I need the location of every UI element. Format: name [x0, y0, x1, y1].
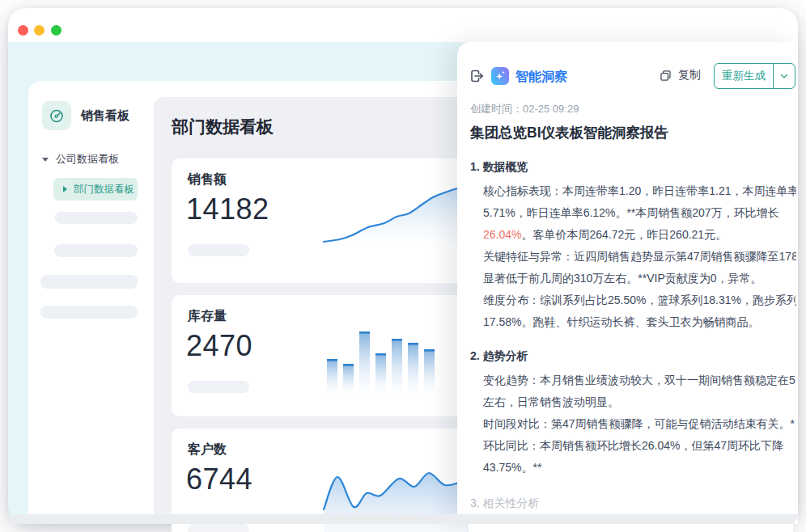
skeleton-row — [40, 306, 138, 319]
ai-sparkle-icon — [491, 67, 509, 85]
highlight-value: 26.04% — [483, 228, 521, 241]
report-line: 左右，日常销售波动明显。 — [470, 391, 796, 413]
chevron-down-icon — [42, 158, 49, 162]
report-line: 维度分布：综训系列占比25.50%，篮球系列18.31%，跑步系列 — [470, 289, 796, 311]
metric-title: 库存量 — [188, 308, 227, 325]
regenerate-split-button[interactable]: 重新生成 — [714, 63, 795, 89]
section-2-body: 变化趋势：本月销售业绩波动较大，双十一期间销售额稳定在5 左右，日常销售波动明显… — [470, 369, 796, 479]
minimize-window-button[interactable] — [34, 25, 45, 36]
sidebar-item-company-dashboard[interactable]: 公司数据看板 — [42, 152, 119, 167]
created-time: 创建时间：02-25 09:29 — [470, 102, 796, 116]
skeleton-row — [55, 212, 138, 224]
report-line: 时间段对比：第47周销售额骤降，可能与促销活动结束有关。* — [470, 413, 796, 435]
section-1-heading: 1. 数据概览 — [470, 160, 796, 176]
page-title: 部门数据看板 — [172, 116, 274, 138]
collapse-panel-icon[interactable] — [469, 68, 485, 84]
report-line: 显著低于前几周的310万左右。**VIP贡献度为0，异常。 — [470, 268, 796, 289]
copy-label: 复制 — [678, 68, 701, 82]
skeleton-pill — [188, 244, 249, 256]
report-title: 集团总览BI仪表板智能洞察报告 — [470, 123, 796, 144]
zoom-window-button[interactable] — [51, 25, 62, 36]
report-line: 17.58%。跑鞋、针织运动长裤、套头卫衣为畅销商品。 — [470, 311, 796, 333]
inventory-bar-chart — [325, 329, 455, 395]
regenerate-button[interactable]: 重新生成 — [715, 64, 773, 88]
chevron-right-icon — [63, 186, 67, 192]
tree-item-label: 部门数据看板 — [74, 183, 134, 196]
window-titlebar — [8, 8, 798, 42]
metric-title: 销售额 — [188, 171, 227, 188]
metric-value: 6744 — [186, 462, 252, 496]
copy-button[interactable]: 复制 — [659, 68, 701, 82]
skeleton-row — [40, 275, 138, 289]
section-2-heading: 2. 趋势分析 — [470, 349, 796, 365]
section-1-body: 核心指标表现：本周连带率1.20，昨日连带率1.21，本周连单率 5.71%，昨… — [470, 180, 796, 333]
tree-item-label: 公司数据看板 — [56, 152, 119, 167]
smart-insight-panel: 智能洞察 复制 重新生成 创建时间：02-25 09:29 集团总览BI仪表 — [457, 42, 798, 524]
report-line: 变化趋势：本月销售业绩波动较大，双十一期间销售额稳定在5 — [470, 369, 796, 391]
sidebar-item-department-dashboard[interactable]: 部门数据看板 — [53, 178, 138, 201]
close-window-button[interactable] — [18, 25, 28, 36]
window-bottom-edge — [8, 514, 798, 524]
insight-report: 创建时间：02-25 09:29 集团总览BI仪表板智能洞察报告 1. 数据概览… — [470, 89, 796, 513]
skeleton-pill — [188, 381, 249, 393]
insight-panel-title: 智能洞察 — [515, 69, 567, 86]
copy-icon — [659, 69, 672, 82]
sidebar-app-title: 销售看板 — [81, 108, 129, 124]
metric-value: 14182 — [186, 192, 269, 226]
report-line: 26.04%。客单价本周264.72元，昨日260.21元。 — [470, 224, 796, 246]
metric-title: 客户数 — [188, 441, 227, 458]
metric-value: 2470 — [186, 329, 252, 363]
report-line: 43.75%。** — [470, 457, 796, 479]
section-3-heading: 3. 相关性分析 — [470, 496, 796, 513]
gauge-icon — [49, 108, 65, 124]
report-line: 环比同比：本周销售额环比增长26.04%，但第47周环比下降 — [470, 435, 796, 457]
chevron-down-icon — [779, 71, 789, 81]
app-window: 销售看板 公司数据看板 部门数据看板 部门数据看板 销售额 14182 库存量 … — [8, 8, 798, 524]
insight-header: 智能洞察 复制 重新生成 — [457, 63, 798, 89]
report-line: 核心指标表现：本周连带率1.20，昨日连带率1.21，本周连单率 — [470, 180, 796, 202]
report-line: 5.71%，昨日连单率6.12%。**本周销售额207万，环比增长 — [470, 202, 796, 224]
regenerate-dropdown-button[interactable] — [773, 64, 795, 88]
skeleton-pill — [188, 524, 249, 532]
dashboard-logo — [42, 101, 71, 130]
report-line: 关键特征与异常：近四周销售趋势显示第47周销售额骤降至178 — [470, 246, 796, 268]
skeleton-row — [54, 244, 138, 257]
